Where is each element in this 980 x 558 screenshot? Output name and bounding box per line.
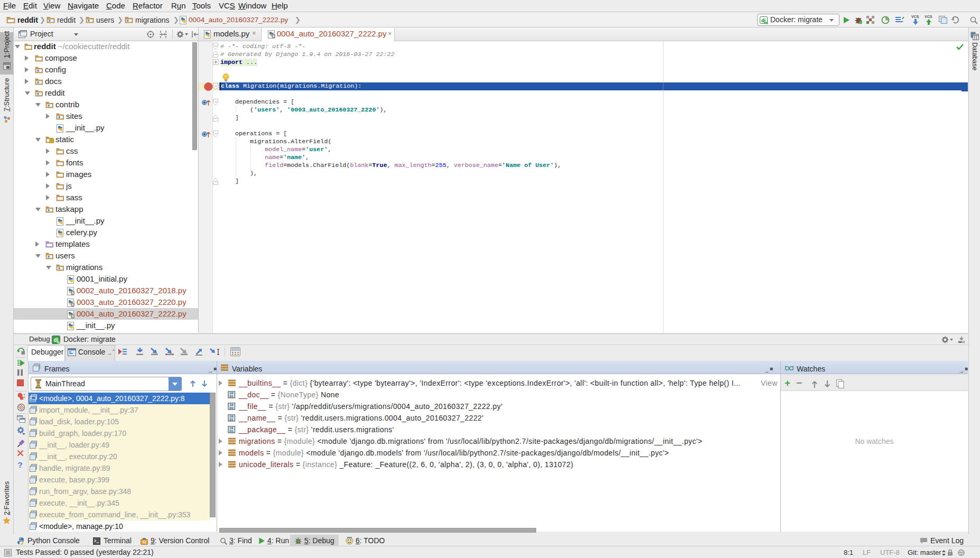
svg-text:01: 01 (230, 418, 234, 421)
svg-text:?: ? (17, 461, 22, 469)
svg-text:01: 01 (230, 430, 234, 433)
svg-text:dj: dj (54, 337, 59, 343)
svg-text:01: 01 (230, 406, 234, 410)
svg-text:01: 01 (230, 395, 234, 398)
svg-text:dj: dj (761, 18, 766, 23)
